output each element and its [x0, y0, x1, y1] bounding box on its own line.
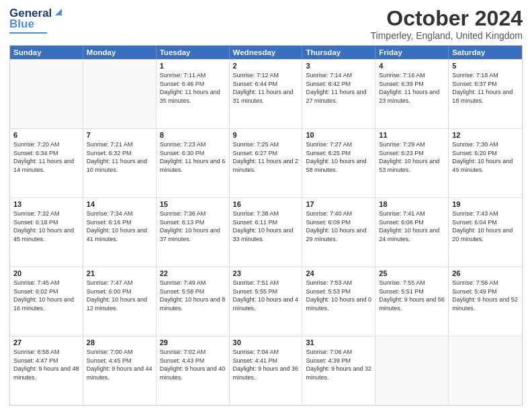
logo-blue: Blue	[9, 17, 34, 31]
page: General Blue October 2024 Timperley, Eng…	[0, 0, 532, 411]
empty-cell	[375, 336, 449, 405]
day-number-5: 5	[452, 62, 519, 70]
day-cell-5: 5Sunrise: 7:18 AMSunset: 6:37 PMDaylight…	[449, 60, 522, 128]
day-info-18: Sunrise: 7:41 AMSunset: 6:06 PMDaylight:…	[379, 210, 445, 243]
day-cell-24: 24Sunrise: 7:53 AMSunset: 5:53 PMDayligh…	[302, 267, 375, 336]
header: General Blue October 2024 Timperley, Eng…	[9, 7, 523, 41]
day-cell-19: 19Sunrise: 7:43 AMSunset: 6:04 PMDayligh…	[449, 198, 522, 267]
day-cell-11: 11Sunrise: 7:29 AMSunset: 6:23 PMDayligh…	[375, 129, 449, 197]
day-number-21: 21	[87, 269, 152, 277]
day-number-9: 9	[233, 131, 299, 139]
day-info-16: Sunrise: 7:38 AMSunset: 6:11 PMDaylight:…	[233, 210, 299, 243]
week-row-2: 6Sunrise: 7:20 AMSunset: 6:34 PMDaylight…	[10, 128, 522, 197]
header-saturday: Saturday	[449, 46, 522, 59]
day-number-12: 12	[452, 131, 519, 139]
day-info-29: Sunrise: 7:02 AMSunset: 4:43 PMDaylight:…	[160, 348, 226, 381]
day-cell-4: 4Sunrise: 7:16 AMSunset: 6:39 PMDaylight…	[375, 60, 449, 128]
day-number-24: 24	[306, 269, 371, 277]
day-number-3: 3	[306, 62, 371, 70]
title-block: October 2024 Timperley, England, United …	[371, 7, 523, 41]
header-thursday: Thursday	[302, 46, 375, 59]
day-cell-8: 8Sunrise: 7:23 AMSunset: 6:30 PMDaylight…	[157, 129, 230, 197]
day-info-2: Sunrise: 7:12 AMSunset: 6:44 PMDaylight:…	[233, 71, 299, 105]
day-number-16: 16	[233, 200, 299, 208]
day-number-27: 27	[13, 338, 79, 347]
day-number-17: 17	[306, 200, 371, 208]
day-number-8: 8	[160, 131, 226, 139]
day-cell-27: 27Sunrise: 6:58 AMSunset: 4:47 PMDayligh…	[10, 336, 83, 405]
day-number-31: 31	[306, 338, 371, 347]
day-info-20: Sunrise: 7:45 AMSunset: 6:02 PMDaylight:…	[13, 279, 79, 312]
svg-marker-0	[55, 9, 62, 15]
empty-cell	[449, 336, 522, 405]
day-info-4: Sunrise: 7:16 AMSunset: 6:39 PMDaylight:…	[379, 71, 445, 105]
day-cell-28: 28Sunrise: 7:00 AMSunset: 4:45 PMDayligh…	[83, 336, 157, 405]
day-cell-12: 12Sunrise: 7:30 AMSunset: 6:20 PMDayligh…	[449, 129, 522, 197]
week-row-4: 20Sunrise: 7:45 AMSunset: 6:02 PMDayligh…	[10, 267, 522, 336]
day-number-14: 14	[87, 200, 152, 208]
day-info-1: Sunrise: 7:11 AMSunset: 6:46 PMDaylight:…	[160, 71, 226, 105]
day-info-3: Sunrise: 7:14 AMSunset: 6:42 PMDaylight:…	[306, 71, 371, 105]
day-info-17: Sunrise: 7:40 AMSunset: 6:09 PMDaylight:…	[306, 210, 371, 243]
week-row-1: 1Sunrise: 7:11 AMSunset: 6:46 PMDaylight…	[10, 59, 522, 128]
day-info-14: Sunrise: 7:34 AMSunset: 6:16 PMDaylight:…	[87, 210, 152, 243]
day-cell-31: 31Sunrise: 7:06 AMSunset: 4:39 PMDayligh…	[302, 336, 375, 405]
day-cell-16: 16Sunrise: 7:38 AMSunset: 6:11 PMDayligh…	[230, 198, 303, 267]
day-cell-26: 26Sunrise: 7:56 AMSunset: 5:49 PMDayligh…	[449, 267, 522, 336]
calendar-header: Sunday Monday Tuesday Wednesday Thursday…	[10, 46, 522, 59]
day-info-25: Sunrise: 7:55 AMSunset: 5:51 PMDaylight:…	[379, 279, 445, 312]
day-cell-14: 14Sunrise: 7:34 AMSunset: 6:16 PMDayligh…	[83, 198, 157, 267]
day-info-22: Sunrise: 7:49 AMSunset: 5:58 PMDaylight:…	[160, 279, 226, 312]
day-number-23: 23	[233, 269, 299, 277]
logo-triangle-icon	[52, 6, 64, 18]
day-info-21: Sunrise: 7:47 AMSunset: 6:00 PMDaylight:…	[87, 279, 152, 312]
day-number-6: 6	[13, 131, 79, 139]
day-cell-21: 21Sunrise: 7:47 AMSunset: 6:00 PMDayligh…	[83, 267, 157, 336]
day-info-23: Sunrise: 7:51 AMSunset: 5:55 PMDaylight:…	[233, 279, 299, 312]
empty-cell	[83, 60, 157, 128]
day-info-24: Sunrise: 7:53 AMSunset: 5:53 PMDaylight:…	[306, 279, 371, 312]
day-number-22: 22	[160, 269, 226, 277]
day-cell-22: 22Sunrise: 7:49 AMSunset: 5:58 PMDayligh…	[157, 267, 230, 336]
day-info-7: Sunrise: 7:21 AMSunset: 6:32 PMDaylight:…	[87, 140, 152, 174]
day-number-30: 30	[233, 338, 299, 347]
day-cell-17: 17Sunrise: 7:40 AMSunset: 6:09 PMDayligh…	[302, 198, 375, 267]
day-number-26: 26	[452, 269, 519, 277]
header-sunday: Sunday	[10, 46, 83, 59]
header-wednesday: Wednesday	[230, 46, 303, 59]
day-info-5: Sunrise: 7:18 AMSunset: 6:37 PMDaylight:…	[452, 71, 519, 105]
day-info-6: Sunrise: 7:20 AMSunset: 6:34 PMDaylight:…	[13, 140, 79, 174]
month-title: October 2024	[371, 7, 523, 30]
day-info-27: Sunrise: 6:58 AMSunset: 4:47 PMDaylight:…	[13, 348, 79, 381]
day-info-11: Sunrise: 7:29 AMSunset: 6:23 PMDaylight:…	[379, 140, 445, 174]
empty-cell	[10, 60, 83, 128]
location: Timperley, England, United Kingdom	[371, 30, 523, 41]
day-number-28: 28	[87, 338, 152, 347]
day-cell-29: 29Sunrise: 7:02 AMSunset: 4:43 PMDayligh…	[157, 336, 230, 405]
logo-underline	[9, 32, 47, 34]
calendar: Sunday Monday Tuesday Wednesday Thursday…	[9, 45, 523, 406]
day-info-12: Sunrise: 7:30 AMSunset: 6:20 PMDaylight:…	[452, 140, 519, 174]
day-cell-23: 23Sunrise: 7:51 AMSunset: 5:55 PMDayligh…	[230, 267, 303, 336]
day-info-31: Sunrise: 7:06 AMSunset: 4:39 PMDaylight:…	[306, 348, 371, 381]
day-number-2: 2	[233, 62, 299, 70]
day-number-20: 20	[13, 269, 79, 277]
header-friday: Friday	[375, 46, 449, 59]
day-cell-25: 25Sunrise: 7:55 AMSunset: 5:51 PMDayligh…	[375, 267, 449, 336]
day-info-30: Sunrise: 7:04 AMSunset: 4:41 PMDaylight:…	[233, 348, 299, 381]
calendar-body: 1Sunrise: 7:11 AMSunset: 6:46 PMDaylight…	[10, 59, 522, 405]
day-cell-10: 10Sunrise: 7:27 AMSunset: 6:25 PMDayligh…	[302, 129, 375, 197]
day-number-10: 10	[306, 131, 371, 139]
header-tuesday: Tuesday	[157, 46, 230, 59]
day-number-11: 11	[379, 131, 445, 139]
day-number-18: 18	[379, 200, 445, 208]
day-cell-13: 13Sunrise: 7:32 AMSunset: 6:18 PMDayligh…	[10, 198, 83, 267]
day-info-13: Sunrise: 7:32 AMSunset: 6:18 PMDaylight:…	[13, 210, 79, 243]
day-number-25: 25	[379, 269, 445, 277]
day-info-9: Sunrise: 7:25 AMSunset: 6:27 PMDaylight:…	[233, 140, 299, 174]
day-info-26: Sunrise: 7:56 AMSunset: 5:49 PMDaylight:…	[452, 279, 519, 312]
day-cell-9: 9Sunrise: 7:25 AMSunset: 6:27 PMDaylight…	[230, 129, 303, 197]
header-monday: Monday	[83, 46, 157, 59]
day-cell-30: 30Sunrise: 7:04 AMSunset: 4:41 PMDayligh…	[230, 336, 303, 405]
day-cell-7: 7Sunrise: 7:21 AMSunset: 6:32 PMDaylight…	[83, 129, 157, 197]
